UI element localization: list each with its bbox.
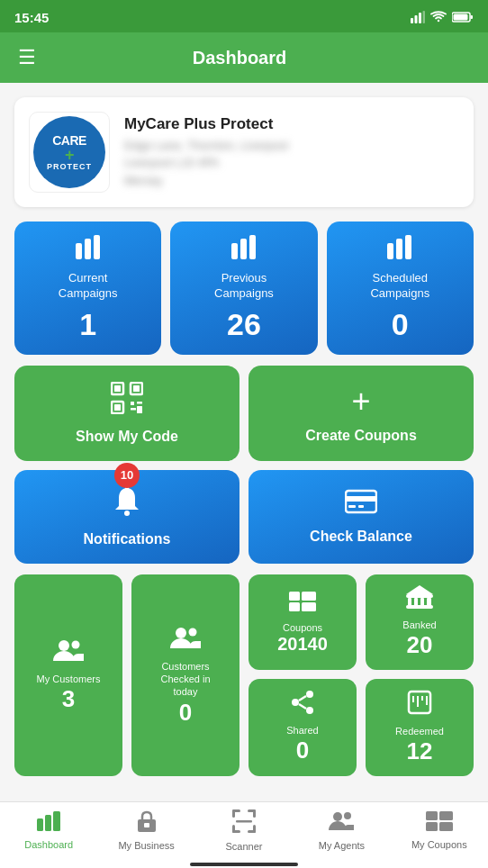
show-my-code-button[interactable]: Show My Code: [14, 366, 239, 461]
shared-label: Shared: [286, 724, 318, 737]
create-coupons-label: Create Coupons: [305, 428, 417, 444]
svg-rect-67: [232, 825, 235, 833]
previous-campaigns-count: 26: [227, 307, 261, 342]
my-customers-label: My Customers: [37, 673, 101, 685]
svg-point-48: [292, 699, 299, 706]
svg-rect-8: [85, 239, 91, 259]
profile-card: CARE + PROTECT MyCare Plus Protect Edge …: [14, 97, 474, 207]
nav-my-coupons[interactable]: My Coupons: [391, 811, 488, 850]
notifications-label: Notifications: [84, 531, 171, 547]
wifi-icon: [430, 11, 447, 23]
my-customers-card[interactable]: My Customers 3: [14, 574, 122, 777]
profile-address: Edge Lane, Thornton, Liverpool Liverpool…: [124, 137, 459, 190]
svg-rect-22: [131, 402, 134, 405]
customers-icon: [52, 637, 85, 669]
svg-point-71: [333, 812, 342, 821]
svg-rect-69: [253, 825, 256, 833]
banked-count: 20: [407, 631, 433, 659]
svg-rect-17: [114, 385, 121, 392]
home-bar: [190, 863, 298, 866]
svg-rect-38: [302, 592, 316, 601]
svg-rect-5: [454, 14, 468, 21]
previous-campaigns-card[interactable]: PreviousCampaigns 26: [170, 222, 317, 355]
scanner-nav-icon: [232, 809, 256, 838]
care-protect-logo: CARE + PROTECT: [33, 116, 105, 188]
coupons-icon: [289, 590, 316, 618]
notifications-button[interactable]: 10 Notifications: [14, 470, 239, 564]
coupons-card[interactable]: Coupons 20140: [249, 574, 357, 670]
svg-rect-10: [231, 243, 238, 259]
menu-button[interactable]: ☰: [18, 46, 36, 69]
redeemed-icon: [407, 690, 432, 721]
create-coupons-button[interactable]: + Create Coupons: [249, 366, 474, 461]
nav-my-agents[interactable]: My Agents: [293, 810, 390, 851]
svg-rect-70: [236, 820, 252, 823]
svg-rect-29: [346, 496, 376, 502]
svg-rect-21: [114, 404, 121, 411]
profile-info: MyCare Plus Protect Edge Lane, Thornton,…: [124, 115, 459, 190]
signal-icon: [411, 11, 425, 23]
svg-rect-15: [405, 235, 411, 259]
svg-point-49: [306, 707, 313, 714]
svg-rect-76: [439, 822, 453, 831]
credit-card-icon: [345, 488, 377, 521]
svg-point-72: [344, 812, 351, 819]
svg-rect-12: [249, 235, 256, 259]
nav-my-business[interactable]: My Business: [97, 810, 194, 851]
bottom-stats: My Customers 3 CustomersChecked intoday …: [14, 574, 474, 777]
dashboard-nav-icon: [37, 811, 60, 836]
prev-campaign-chart-icon: [230, 234, 258, 266]
banked-card[interactable]: Banked 20: [366, 574, 474, 670]
scheduled-campaigns-card[interactable]: ScheduledCampaigns 0: [327, 222, 474, 355]
redeemed-card[interactable]: Redeemed 12: [366, 679, 474, 776]
my-coupons-nav-icon: [426, 811, 453, 836]
campaigns-row: CurrentCampaigns 1 PreviousCampaigns 26: [14, 222, 474, 355]
check-balance-button[interactable]: Check Balance: [249, 470, 474, 564]
svg-rect-9: [94, 235, 100, 259]
svg-rect-6: [471, 15, 474, 19]
svg-line-50: [299, 696, 306, 701]
show-my-code-label: Show My Code: [76, 429, 178, 445]
nav-my-business-label: My Business: [118, 840, 174, 851]
main-content: CARE + PROTECT MyCare Plus Protect Edge …: [0, 83, 488, 801]
svg-rect-65: [253, 809, 256, 818]
svg-rect-59: [53, 811, 60, 831]
svg-rect-31: [358, 505, 364, 508]
current-campaigns-card[interactable]: CurrentCampaigns 1: [14, 222, 161, 355]
svg-rect-1: [415, 15, 418, 23]
svg-rect-75: [439, 811, 453, 820]
profile-name: MyCare Plus Protect: [124, 115, 459, 133]
page-title: Dashboard: [36, 48, 443, 68]
checked-in-icon: [169, 625, 202, 656]
nav-dashboard-label: Dashboard: [24, 839, 73, 850]
nav-dashboard[interactable]: Dashboard: [0, 811, 97, 850]
checked-in-card[interactable]: CustomersChecked intoday 0: [131, 574, 239, 777]
svg-rect-57: [37, 818, 43, 831]
svg-rect-45: [406, 605, 433, 609]
svg-marker-46: [406, 585, 433, 594]
shared-card[interactable]: Shared 0: [249, 679, 357, 776]
my-customers-count: 3: [62, 685, 75, 713]
svg-rect-63: [232, 809, 235, 818]
svg-rect-0: [411, 18, 413, 23]
svg-rect-3: [423, 11, 426, 23]
nav-my-agents-label: My Agents: [319, 840, 365, 851]
nav-scanner[interactable]: Scanner: [195, 809, 293, 852]
profile-logo: CARE + PROTECT: [29, 112, 110, 193]
svg-rect-23: [137, 402, 142, 404]
redeemed-label: Redeemed: [395, 725, 444, 737]
svg-rect-39: [302, 602, 316, 611]
svg-rect-37: [289, 602, 300, 611]
svg-rect-13: [387, 243, 393, 259]
svg-rect-58: [45, 815, 51, 831]
svg-rect-61: [144, 823, 149, 827]
svg-point-33: [72, 640, 80, 648]
my-business-nav-icon: [136, 810, 158, 837]
status-bar: 15:45: [0, 0, 488, 32]
coupons-count: 20140: [277, 634, 328, 655]
actions-grid: Show My Code + Create Coupons 10 Notific…: [14, 366, 474, 564]
checked-in-count: 0: [179, 699, 192, 727]
svg-rect-40: [406, 594, 433, 598]
home-indicator: [0, 855, 488, 868]
redeemed-count: 12: [407, 737, 433, 765]
